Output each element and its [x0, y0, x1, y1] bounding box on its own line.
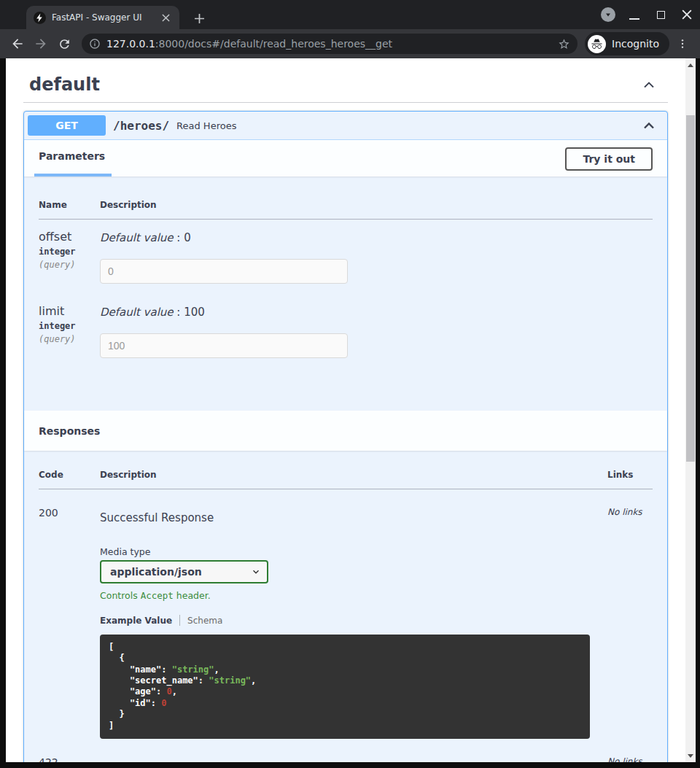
param-name: offset — [39, 230, 100, 244]
col-header-description: Description — [100, 462, 607, 489]
tag-collapse-chevron-icon[interactable] — [640, 76, 658, 93]
scrollbar-thumb[interactable] — [686, 115, 695, 462]
tag-section-header[interactable]: default — [23, 69, 668, 103]
swagger-page: default GET /heroes/ Read Heroes — [6, 58, 685, 762]
accept-header-note: Controls Accept header. — [100, 590, 607, 601]
response-row-200: 200 Successful Response Media type appli… — [39, 489, 653, 739]
tab-title: FastAPI - Swagger UI — [52, 12, 153, 23]
content-area: default GET /heroes/ Read Heroes — [0, 58, 700, 768]
browser-window: FastAPI - Swagger UI — [0, 0, 700, 768]
tag-title: default — [29, 74, 100, 95]
param-type: integer — [39, 247, 100, 257]
example-json-codeblock: [ { "name": "string", "secret_name": "st… — [100, 635, 590, 739]
code-line: "id": 0 — [109, 698, 581, 709]
code-line: { — [109, 653, 125, 663]
bookmark-star-icon[interactable] — [558, 38, 570, 50]
response-links: No links — [607, 489, 653, 739]
http-method-badge: GET — [28, 115, 106, 136]
code-line: "name": "string", — [109, 664, 581, 675]
tab-divider — [179, 615, 180, 626]
param-row-offset: offset integer (query) Default value : 0 — [39, 220, 653, 295]
parameters-body: Name Description offset integer (query) — [24, 177, 667, 411]
tab-schema[interactable]: Schema — [187, 616, 222, 626]
param-default: Default value : 100 — [100, 304, 653, 319]
responses-header: Responses — [24, 411, 667, 451]
media-type-label: Media type — [100, 546, 607, 557]
endpoint-summary[interactable]: GET /heroes/ Read Heroes — [24, 112, 667, 140]
media-type-block: Media type application/json Con — [100, 546, 607, 601]
browser-update-icon[interactable] — [601, 7, 615, 22]
note-suffix: header. — [174, 590, 211, 601]
close-button[interactable] — [680, 6, 694, 23]
page-scrollbar[interactable] — [685, 58, 696, 762]
param-input-limit[interactable] — [100, 333, 348, 358]
response-code: 200 — [39, 489, 100, 739]
forward-icon[interactable] — [31, 34, 51, 54]
param-row-limit: limit integer (query) Default value : 10… — [39, 294, 653, 368]
param-default-sep: : — [174, 306, 184, 319]
minimize-button[interactable] — [627, 6, 642, 23]
page-info-icon[interactable] — [89, 38, 101, 50]
param-name: limit — [39, 304, 100, 318]
tab-strip: FastAPI - Swagger UI — [0, 0, 700, 29]
scroll-down-icon[interactable] — [685, 750, 696, 761]
media-type-select[interactable]: application/json — [100, 560, 268, 583]
url-host: 127.0.0.1 — [106, 38, 155, 50]
browser-toolbar: 127.0.0.1:8000/docs#/default/read_heroes… — [0, 29, 700, 58]
param-location: (query) — [39, 260, 100, 270]
param-default-label: Default value — [100, 306, 174, 319]
responses-title: Responses — [39, 425, 100, 437]
response-links: No links — [607, 739, 653, 762]
col-header-name: Name — [39, 193, 100, 220]
responses-body: Code Description Links 200 Successful Re… — [24, 451, 667, 762]
code-line: "age": 0, — [109, 686, 581, 697]
fastapi-favicon-icon — [34, 12, 46, 24]
code-line: "secret_name": "string", — [109, 675, 581, 686]
response-row-422: 422 Validation Error No links — [39, 739, 653, 762]
col-header-description: Description — [100, 193, 653, 220]
opblock-get-heroes: GET /heroes/ Read Heroes Parameters Try … — [23, 111, 668, 762]
code-line: [ — [109, 642, 114, 652]
url-text[interactable]: 127.0.0.1:8000/docs#/default/read_heroes… — [106, 38, 552, 50]
response-code: 422 — [39, 739, 100, 762]
browser-tab[interactable]: FastAPI - Swagger UI — [26, 6, 179, 29]
window-controls — [601, 0, 694, 29]
incognito-label: Incognito — [612, 38, 659, 50]
col-header-links: Links — [607, 462, 653, 489]
model-example-tabs: Example Value Schema — [100, 615, 607, 626]
param-default-value: 100 — [184, 306, 205, 319]
tab-close-icon[interactable] — [159, 11, 172, 24]
endpoint-collapse-chevron-icon[interactable] — [640, 117, 658, 134]
response-description: Successful Response — [100, 511, 607, 524]
url-bar[interactable]: 127.0.0.1:8000/docs#/default/read_heroes… — [82, 34, 578, 54]
maximize-button[interactable] — [653, 6, 668, 23]
param-default-label: Default value — [100, 231, 174, 244]
menu-icon[interactable] — [672, 34, 693, 54]
col-header-code: Code — [39, 462, 100, 489]
endpoint-summary-text: Read Heroes — [176, 120, 236, 131]
tab-example-value[interactable]: Example Value — [100, 616, 172, 626]
reload-icon[interactable] — [54, 34, 74, 54]
parameters-header: Parameters Try it out — [24, 140, 667, 177]
note-accept: Accept — [141, 590, 174, 601]
incognito-badge: Incognito — [585, 32, 669, 55]
param-location: (query) — [39, 334, 100, 344]
endpoint-path: /heroes/ — [113, 119, 169, 133]
param-input-offset[interactable] — [100, 259, 348, 284]
new-tab-button[interactable] — [190, 9, 209, 28]
try-it-out-button[interactable]: Try it out — [565, 147, 653, 171]
param-type: integer — [39, 321, 100, 331]
code-line: ] — [109, 721, 114, 731]
param-default-value: 0 — [184, 231, 191, 244]
code-line: } — [109, 709, 125, 719]
scroll-up-icon[interactable] — [685, 60, 696, 70]
back-icon[interactable] — [7, 34, 28, 54]
tab-parameters[interactable]: Parameters — [34, 150, 112, 177]
note-prefix: Controls — [100, 590, 141, 601]
param-default: Default value : 0 — [100, 230, 653, 244]
param-default-sep: : — [174, 231, 184, 244]
response-description: Validation Error — [100, 761, 607, 762]
incognito-icon — [588, 35, 606, 53]
url-path: :8000/docs#/default/read_heroes_heroes__… — [155, 38, 392, 50]
